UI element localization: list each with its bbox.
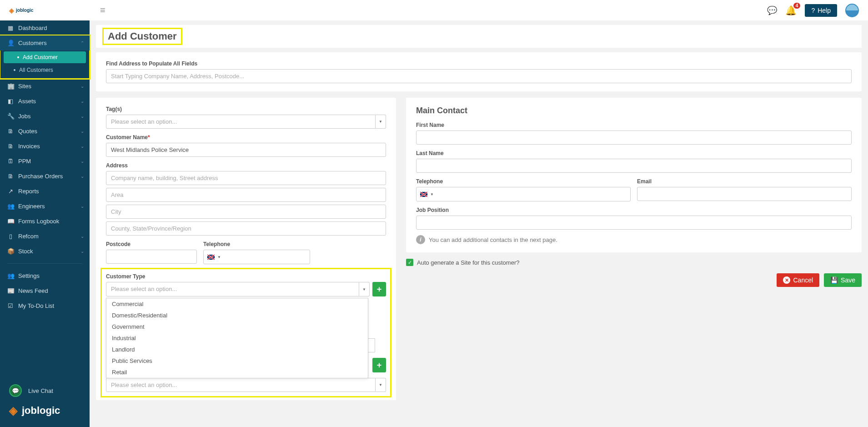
engineers-icon: 👥 bbox=[7, 203, 14, 210]
contact-info-note: iYou can add additional contacts in the … bbox=[416, 235, 852, 244]
dropdown-option-industrial[interactable]: Industrial bbox=[106, 332, 368, 344]
hamburger-icon[interactable]: ≡ bbox=[100, 5, 105, 15]
asset-icon: ◧ bbox=[7, 98, 14, 105]
main-contact-title: Main Contact bbox=[416, 106, 852, 116]
sidebar-item-jobs[interactable]: 🔧Jobs⌄ bbox=[0, 109, 90, 124]
dropdown-option-domestic[interactable]: Domestic/Residential bbox=[106, 310, 368, 321]
telephone-label: Telephone bbox=[203, 241, 310, 247]
customer-name-label: Customer Name* bbox=[106, 134, 386, 141]
cancel-button[interactable]: ✕Cancel bbox=[777, 273, 819, 287]
sidebar-item-news-feed[interactable]: 📰News Feed bbox=[0, 283, 90, 298]
sidebar-item-reports[interactable]: ↗Reports bbox=[0, 184, 90, 199]
tags-select[interactable]: Please select an option... bbox=[106, 115, 376, 129]
contact-tel-label: Telephone bbox=[416, 178, 631, 185]
sidebar-item-dashboard[interactable]: ▦Dashboard bbox=[0, 20, 90, 35]
uk-flag-icon bbox=[420, 192, 427, 197]
chevron-down-icon: ⌄ bbox=[80, 249, 84, 254]
find-address-input[interactable] bbox=[106, 69, 852, 83]
notification-badge: 4 bbox=[793, 3, 801, 9]
address-city-input[interactable] bbox=[106, 205, 386, 219]
customer-type-label: Customer Type bbox=[106, 273, 386, 280]
messages-icon[interactable]: 💬 bbox=[767, 5, 777, 15]
address-line1-input[interactable] bbox=[106, 171, 386, 185]
person-icon: 👤 bbox=[7, 40, 14, 46]
dropdown-option-commercial[interactable]: Commercial bbox=[106, 298, 368, 310]
first-name-input[interactable] bbox=[416, 131, 852, 145]
sidebar-sub-all-customers[interactable]: All Customers bbox=[0, 64, 90, 76]
invoice-icon: 🗎 bbox=[7, 143, 14, 150]
save-icon: 💾 bbox=[830, 276, 838, 284]
notifications-button[interactable]: 🔔 4 bbox=[785, 5, 797, 16]
live-chat-button[interactable]: 💬Live Chat bbox=[0, 380, 90, 402]
add-customer-type-button[interactable]: + bbox=[372, 282, 386, 296]
sidebar-item-refcom[interactable]: ▯Refcom⌄ bbox=[0, 229, 90, 244]
last-name-label: Last Name bbox=[416, 150, 852, 156]
job-position-label: Job Position bbox=[416, 207, 852, 213]
address-county-input[interactable] bbox=[106, 221, 386, 236]
job-position-input[interactable] bbox=[416, 216, 852, 230]
page-title: Add Customer bbox=[103, 29, 181, 44]
wrench-icon: 🔧 bbox=[7, 113, 14, 120]
check-icon: ☑ bbox=[7, 302, 14, 309]
info-icon: i bbox=[416, 235, 425, 244]
last-name-input[interactable] bbox=[416, 159, 852, 173]
customer-type-select[interactable]: Please select an option... bbox=[106, 282, 359, 296]
find-address-label: Find Address to Populate All Fields bbox=[106, 60, 852, 67]
dropdown-option-public-services[interactable]: Public Services bbox=[106, 355, 368, 367]
telephone-input[interactable]: ▼ bbox=[203, 250, 310, 264]
customer-name-input[interactable] bbox=[106, 143, 386, 157]
auto-generate-label: Auto generate a Site for this customer? bbox=[417, 259, 519, 266]
sidebar-item-settings[interactable]: 👥Settings bbox=[0, 268, 90, 283]
logo: ◈joblogic bbox=[9, 7, 36, 14]
chevron-down-icon: ⌄ bbox=[80, 159, 84, 164]
main-contact-card: Main Contact First Name Last Name Teleph… bbox=[406, 98, 862, 252]
building-icon: 🏢 bbox=[7, 83, 14, 90]
save-button[interactable]: 💾Save bbox=[824, 273, 862, 287]
dropdown-option-retail[interactable]: Retail bbox=[106, 367, 368, 378]
help-button[interactable]: ?Help bbox=[805, 4, 837, 17]
chevron-down-icon: ⌄ bbox=[80, 174, 84, 179]
sidebar-item-stock[interactable]: 📦Stock⌄ bbox=[0, 244, 90, 259]
sidebar-item-todo[interactable]: ☑My To-Do List bbox=[0, 298, 90, 313]
refcom-icon: ▯ bbox=[7, 233, 14, 240]
chevron-down-icon: ⌄ bbox=[80, 144, 84, 149]
contact-email-label: Email bbox=[637, 178, 852, 185]
chevron-down-icon: ⌄ bbox=[80, 204, 84, 209]
sidebar-item-purchase-orders[interactable]: 🗎Purchase Orders⌄ bbox=[0, 169, 90, 184]
extra-caret[interactable]: ▼ bbox=[376, 378, 386, 392]
tags-caret[interactable]: ▼ bbox=[376, 115, 386, 129]
quote-icon: 🗎 bbox=[7, 128, 14, 135]
user-avatar[interactable] bbox=[845, 4, 859, 17]
sidebar-item-forms-logbook[interactable]: 📖Forms Logbook bbox=[0, 214, 90, 229]
sidebar-sub-add-customer[interactable]: Add Customer bbox=[4, 51, 86, 63]
sidebar-item-sites[interactable]: 🏢Sites⌄ bbox=[0, 79, 90, 94]
auto-generate-checkbox[interactable]: ✓ bbox=[406, 259, 413, 266]
contact-email-input[interactable] bbox=[637, 187, 852, 201]
sidebar-item-customers[interactable]: 👤Customers⌃ bbox=[0, 35, 90, 50]
dropdown-option-landlord[interactable]: Landlord bbox=[106, 344, 368, 355]
report-icon: ↗ bbox=[7, 188, 14, 195]
topbar: ◈joblogic ≡ 💬 🔔 4 ?Help bbox=[0, 0, 868, 20]
auto-generate-site-row[interactable]: ✓ Auto generate a Site for this customer… bbox=[406, 259, 862, 266]
sidebar-item-invoices[interactable]: 🗎Invoices⌄ bbox=[0, 139, 90, 154]
brand-footer: ◈joblogic bbox=[0, 402, 90, 420]
extra-select[interactable]: Please select an option... bbox=[106, 378, 376, 392]
news-icon: 📰 bbox=[7, 287, 14, 294]
customer-type-dropdown: Commercial Domestic/Residential Governme… bbox=[106, 298, 368, 378]
address-label: Address bbox=[106, 162, 386, 169]
sidebar-item-quotes[interactable]: 🗎Quotes⌄ bbox=[0, 124, 90, 139]
chevron-down-icon: ⌄ bbox=[80, 99, 84, 104]
customer-type-caret[interactable]: ▼ bbox=[359, 282, 370, 296]
contact-tel-input[interactable]: ▼ bbox=[416, 187, 631, 201]
sidebar-item-assets[interactable]: ◧Assets⌄ bbox=[0, 94, 90, 109]
chevron-down-icon: ⌄ bbox=[80, 129, 84, 134]
dropdown-option-government[interactable]: Government bbox=[106, 321, 368, 332]
chevron-down-icon: ⌄ bbox=[80, 234, 84, 239]
sidebar-item-ppm[interactable]: 🗓PPM⌄ bbox=[0, 154, 90, 169]
postcode-label: Postcode bbox=[106, 241, 197, 247]
add-option-button[interactable]: + bbox=[372, 358, 386, 372]
sidebar-item-engineers[interactable]: 👥Engineers⌄ bbox=[0, 199, 90, 214]
postcode-input[interactable] bbox=[106, 250, 197, 264]
box-icon: 📦 bbox=[7, 248, 14, 255]
address-area-input[interactable] bbox=[106, 188, 386, 202]
